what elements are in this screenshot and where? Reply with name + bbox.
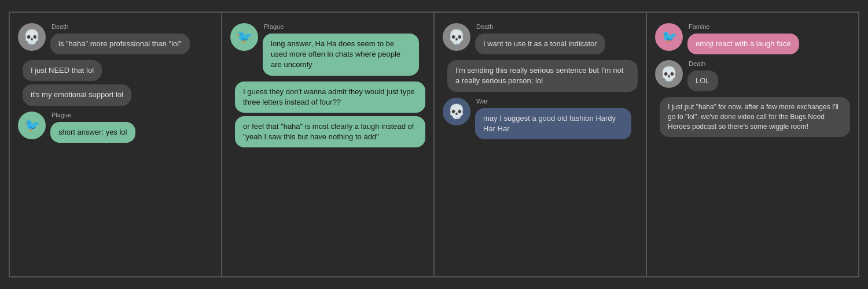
skull-icon: 💀 <box>660 67 678 81</box>
skull-icon: 💀 <box>448 30 465 44</box>
message-bubble: I'm sending this really serious sentence… <box>447 60 638 91</box>
avatar: 🐦 <box>655 23 683 51</box>
message-content: War may I suggest a good old fashion Har… <box>475 98 631 139</box>
message-row: 💀 Death is "haha" more professional than… <box>18 23 213 54</box>
sender-name: Death <box>50 23 190 30</box>
message-content: Death LOL <box>687 60 718 91</box>
message-row: 🐦 Famine emoji react with a laugh face <box>655 23 850 54</box>
panel-4: 🐦 Famine emoji react with a laugh face 💀… <box>647 13 858 276</box>
avatar: 💀 <box>655 60 683 88</box>
sender-name: Death <box>687 60 718 67</box>
message-bubble: I just put "haha" for now. after a few m… <box>660 97 850 136</box>
message-bubble: is "haha" more professional than "lol" <box>50 34 190 54</box>
message-row: 💀 War may I suggest a good old fashion H… <box>443 98 638 139</box>
message-content: Death is "haha" more professional than "… <box>50 23 190 54</box>
standalone-messages: I'm sending this really serious sentence… <box>443 60 638 91</box>
message-row: 🐦 Plague short answer: yes lol <box>18 112 213 143</box>
message-bubble: long answer, Ha Ha does seem to be used … <box>263 34 419 76</box>
panel-1: 💀 Death is "haha" more professional than… <box>10 13 222 276</box>
avatar: 🐦 <box>230 23 258 51</box>
message-bubble: emoji react with a laugh face <box>687 34 799 54</box>
avatar: 💀 <box>443 23 470 51</box>
message-content: Plague long answer, Ha Ha does seem to b… <box>263 23 419 76</box>
avatar: 💀 <box>443 98 470 125</box>
panel-3: 💀 Death I want to use it as a tonal indi… <box>435 13 647 276</box>
chat-container: 💀 Death is "haha" more professional than… <box>9 12 859 277</box>
message-bubble: may I suggest a good old fashion Hardy H… <box>475 108 631 139</box>
message-bubble: LOL <box>687 71 718 91</box>
message-content: Plague short answer: yes lol <box>50 112 135 143</box>
message-row: 💀 Death LOL <box>655 60 850 91</box>
sender-name: Plague <box>263 23 419 30</box>
sender-name: Death <box>475 23 605 30</box>
message-bubble: it's my emotional support lol <box>23 84 131 105</box>
bird-icon: 🐦 <box>237 31 252 43</box>
message-bubble: or feel that "haha" is most clearly a la… <box>235 116 425 147</box>
message-row: 💀 Death I want to use it as a tonal indi… <box>443 23 638 54</box>
bird-icon: 🐦 <box>661 31 677 43</box>
sender-name: Plague <box>50 112 135 118</box>
message-bubble: I guess they don't wanna admit they woul… <box>235 81 425 113</box>
standalone-messages: I guess they don't wanna admit they woul… <box>230 81 425 148</box>
sender-name: Famine <box>687 23 799 30</box>
skull-icon: 💀 <box>448 105 465 118</box>
sender-name: War <box>475 98 631 105</box>
bird-icon: 🐦 <box>24 119 40 132</box>
message-content: Death I want to use it as a tonal indica… <box>475 23 605 54</box>
message-row: 🐦 Plague long answer, Ha Ha does seem to… <box>230 23 425 76</box>
standalone-messages: I just put "haha" for now. after a few m… <box>655 97 850 136</box>
avatar: 🐦 <box>18 112 46 139</box>
message-bubble: I just NEED that lol <box>23 60 102 81</box>
message-content: Famine emoji react with a laugh face <box>687 23 799 54</box>
message-bubble: I want to use it as a tonal indicator <box>475 34 605 54</box>
message-bubble: short answer: yes lol <box>50 122 135 143</box>
skull-icon: 💀 <box>23 30 41 44</box>
avatar: 💀 <box>18 23 46 51</box>
standalone-messages: I just NEED that lol it's my emotional s… <box>18 60 213 105</box>
panel-2: 🐦 Plague long answer, Ha Ha does seem to… <box>222 13 435 276</box>
